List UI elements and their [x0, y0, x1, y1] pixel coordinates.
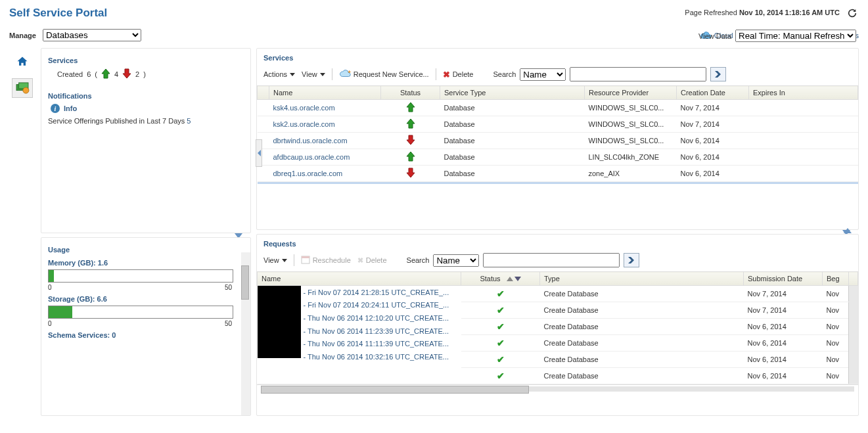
request-submitted: Nov 6, 2014 [744, 335, 823, 352]
request-type: Create Database [540, 335, 744, 352]
usage-head: Usage [48, 240, 244, 255]
req-col-status[interactable]: Status [461, 272, 540, 286]
request-link[interactable]: - Thu Nov 06 2014 11:23:39 UTC_CREATE... [304, 327, 449, 335]
up-arrow-icon [101, 68, 110, 80]
request-begin: Nov [823, 352, 849, 368]
manage-select[interactable]: Databases [43, 29, 141, 41]
search-go-button[interactable] [710, 67, 726, 81]
offerings-count[interactable]: 5 [187, 117, 191, 125]
service-link[interactable]: afdbcaup.us.oracle.com [273, 153, 350, 161]
stor-gauge [48, 306, 233, 319]
req-col-begin[interactable]: Beg [823, 272, 849, 286]
col-expires[interactable]: Expires In [749, 86, 858, 100]
refreshed-label: Page Refreshed [685, 9, 737, 16]
request-link[interactable]: - Thu Nov 06 2014 11:11:39 UTC_CREATE... [304, 340, 449, 348]
status-ok-icon: ✔ [497, 288, 505, 299]
search-input[interactable] [570, 67, 706, 81]
billing-icon[interactable] [12, 78, 33, 98]
schema-value: 0 [112, 331, 116, 339]
requests-panel: Requests View Reschedule ✖ Delete [256, 234, 859, 416]
req-hscrollbar[interactable] [257, 384, 858, 396]
viewdata-label: View Data [698, 32, 731, 40]
up-arrow-icon [406, 122, 415, 130]
request-link[interactable]: - Thu Nov 06 2014 12:10:20 UTC_CREATE... [304, 314, 449, 322]
request-link[interactable]: - Fri Nov 07 2014 21:28:15 UTC_CREATE_..… [304, 288, 449, 296]
service-expires [749, 100, 858, 116]
col-status[interactable]: Status [381, 86, 440, 100]
req-col-type[interactable]: Type [540, 272, 744, 286]
service-link[interactable]: dbrtwind.us.oracle.com [273, 137, 348, 145]
requests-head: Requests [257, 235, 858, 249]
service-created: Nov 6, 2014 [677, 166, 749, 182]
stor-value: 6.6 [97, 295, 107, 303]
stor-label: Storage (GB): [48, 295, 95, 303]
sort-icon[interactable] [507, 277, 521, 281]
reschedule-button[interactable]: Reschedule [301, 255, 351, 265]
actions-menu[interactable]: Actions [263, 70, 295, 78]
table-row[interactable]: dbrtwind.us.oracle.comDatabaseWINDOWS_SI… [258, 133, 858, 149]
request-link[interactable]: - Thu Nov 06 2014 10:32:16 UTC_CREATE... [304, 353, 449, 361]
usage-scrollbar[interactable] [241, 252, 250, 415]
service-link[interactable]: ksk4.us.oracle.com [273, 104, 335, 112]
table-row[interactable]: afdbcaup.us.oracle.comDatabaseLIN_SLC04l… [258, 149, 858, 166]
search-field-select[interactable]: Name [520, 68, 566, 81]
service-link[interactable]: dbreq1.us.oracle.com [273, 170, 343, 177]
services-head: Services [257, 49, 858, 63]
request-submitted: Nov 7, 2014 [744, 302, 823, 319]
service-provider: zone_AIX [585, 166, 677, 182]
service-type: Database [440, 166, 585, 182]
request-new-service-button[interactable]: + Request New Service... [339, 69, 429, 80]
calendar-icon [301, 255, 310, 265]
collapse-up-icon[interactable] [844, 228, 852, 233]
col-created[interactable]: Creation Date [677, 86, 749, 100]
req-search-input[interactable] [483, 253, 620, 267]
service-type: Database [440, 100, 585, 116]
svg-text:+: + [348, 69, 351, 75]
req-view-menu[interactable]: View [263, 256, 287, 264]
service-expires [749, 133, 858, 149]
status-ok-icon: ✔ [497, 338, 505, 348]
home-icon[interactable] [12, 52, 33, 72]
req-search-go-button[interactable] [624, 253, 639, 267]
service-created: Nov 7, 2014 [677, 116, 749, 133]
viewdata-select[interactable]: Real Time: Manual Refresh [735, 30, 856, 42]
table-row[interactable]: ksk4.us.oracle.comDatabaseWINDOWS_SI_SLC… [258, 100, 858, 116]
req-col-submitted[interactable]: Submission Date [744, 272, 823, 286]
table-row[interactable]: dbdbca.us.oracle.comDatabaseLIN_SLC04lkh… [258, 182, 858, 185]
request-link[interactable]: - Fri Nov 07 2014 20:24:11 UTC_CREATE_..… [304, 301, 449, 309]
request-type: Create Database [540, 368, 744, 384]
delete-button[interactable]: ✖ Delete [443, 70, 474, 80]
created-total: 6 [87, 70, 91, 78]
side-iconbar [9, 48, 35, 416]
view-menu[interactable]: View [302, 70, 325, 78]
col-provider[interactable]: Resource Provider [585, 86, 677, 100]
mem-max: 50 [225, 284, 232, 291]
services-panel: Services Actions View + Request New Serv… [256, 48, 859, 230]
service-type: Database [440, 149, 585, 166]
col-name[interactable]: Name [269, 86, 381, 100]
svg-point-4 [23, 87, 29, 93]
created-up: 4 [114, 70, 118, 78]
req-search-field-select[interactable]: Name [433, 254, 479, 267]
service-expires [749, 182, 858, 185]
down-arrow-icon [406, 171, 415, 179]
service-expires [749, 116, 858, 133]
refresh-icon[interactable] [846, 7, 859, 20]
notifications-head: Notifications [48, 87, 244, 101]
usage-panel: Usage Memory (GB): 1.6 050 Storage (GB):… [41, 237, 251, 416]
service-link[interactable]: ksk2.us.oracle.com [273, 120, 335, 128]
refreshed-value: Nov 10, 2014 1:18:16 AM UTC [739, 9, 840, 16]
mem-min: 0 [48, 284, 52, 291]
req-col-name[interactable]: Name [258, 272, 461, 286]
col-type[interactable]: Service Type [440, 86, 585, 100]
table-row[interactable]: dbreq1.us.oracle.comDatabasezone_AIXNov … [258, 166, 858, 182]
service-type: Database [440, 116, 585, 133]
collapse-left-icon[interactable] [256, 139, 262, 167]
req-scrollbar[interactable] [849, 286, 858, 384]
service-created: Nov 6, 2014 [677, 149, 749, 166]
stor-min: 0 [48, 320, 52, 327]
request-begin: Nov [823, 368, 849, 384]
table-row[interactable]: ksk2.us.oracle.comDatabaseWINDOWS_SI_SLC… [258, 116, 858, 133]
req-delete-button[interactable]: ✖ Delete [357, 256, 387, 265]
services-summary-panel: Services Created 6 ( 4 2 ) [41, 48, 251, 233]
